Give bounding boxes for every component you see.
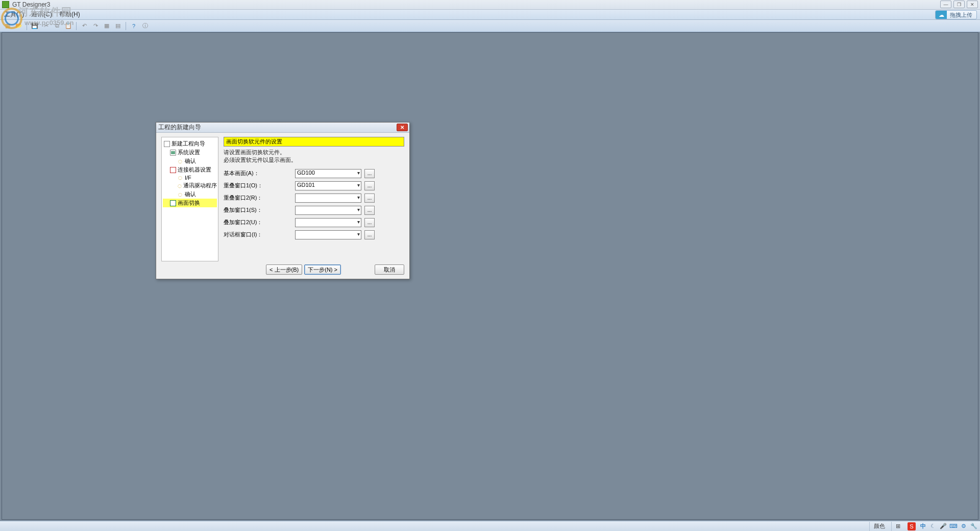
workspace bbox=[2, 32, 978, 520]
browse-overlap2[interactable]: ... bbox=[364, 194, 375, 203]
upload-button-label: 拖拽上传 bbox=[950, 11, 972, 19]
label-overlap2: 重叠窗口2(R)： bbox=[224, 194, 295, 202]
bulb-icon: ◌ bbox=[177, 183, 182, 189]
tree-root[interactable]: 新建工程向导 bbox=[163, 139, 217, 148]
combo-overlap1[interactable]: GD101 bbox=[295, 181, 361, 190]
wrench-icon[interactable]: 🔧 bbox=[970, 522, 978, 530]
document-icon bbox=[164, 141, 170, 147]
tool-paste[interactable]: 📋 bbox=[64, 21, 73, 31]
row-base-screen: 基本画面(A)： GD100 ... bbox=[224, 169, 404, 178]
wizard-nav-tree: 新建工程向导 系统设置 ◌ 确认 连接机器设置 ◌ I/F ◌ 通讯驱动程序 bbox=[161, 137, 218, 261]
tree-driver[interactable]: ◌ 通讯驱动程序 bbox=[163, 181, 217, 190]
tool-save[interactable]: 💾 bbox=[30, 21, 39, 31]
wizard-close-button[interactable]: ✕ bbox=[397, 124, 408, 131]
row-overlap1: 重叠窗口1(O)： GD101 ... bbox=[224, 181, 404, 190]
browse-super2[interactable]: ... bbox=[364, 218, 375, 227]
statusbar: 颜色 ⊞ S 中 ☾ 🎤 ⌨ ⚙ 🔧 bbox=[0, 521, 980, 531]
minimize-button[interactable]: — bbox=[940, 1, 951, 8]
browse-dialog[interactable]: ... bbox=[364, 230, 375, 239]
moon-icon[interactable]: ☾ bbox=[929, 522, 937, 530]
menubar: 工具(T) 通讯(C) 帮助(H) ☁ 拖拽上传 bbox=[0, 10, 980, 20]
close-window-button[interactable]: ✕ bbox=[967, 1, 978, 8]
toolbar-sep2 bbox=[76, 22, 77, 30]
browse-super1[interactable]: ... bbox=[364, 206, 375, 215]
wizard-titlebar[interactable]: 工程的新建向导 ✕ bbox=[156, 123, 409, 133]
browse-base-screen[interactable]: ... bbox=[364, 169, 375, 178]
row-super1: 叠加窗口1(S)： ... bbox=[224, 206, 404, 215]
label-base-screen: 基本画面(A)： bbox=[224, 170, 295, 177]
browse-overlap1[interactable]: ... bbox=[364, 181, 375, 190]
toolbar-sep3 bbox=[126, 22, 126, 30]
wizard-footer: < 上一步(B) 下一步(N) > 取消 bbox=[161, 264, 404, 275]
tree-connection-settings[interactable]: 连接机器设置 bbox=[163, 165, 217, 174]
combo-base-screen[interactable]: GD100 bbox=[295, 169, 361, 178]
window-titlebar: GT Designer3 — ❐ ✕ bbox=[0, 0, 980, 10]
app-title: GT Designer3 bbox=[12, 1, 50, 8]
combo-dialog[interactable] bbox=[295, 230, 361, 239]
tool-open[interactable]: 📂 bbox=[14, 21, 23, 31]
wizard-title: 工程的新建向导 bbox=[158, 123, 201, 132]
combo-super2[interactable] bbox=[295, 218, 361, 227]
tool-help[interactable]: ? bbox=[129, 21, 138, 31]
app-icon bbox=[2, 1, 9, 8]
cancel-button[interactable]: 取消 bbox=[375, 264, 404, 275]
monitor-icon bbox=[170, 150, 176, 156]
tree-screen-switch[interactable]: 画面切换 bbox=[163, 199, 217, 207]
tool-info[interactable]: ⓘ bbox=[140, 21, 150, 31]
row-dialog: 对话框窗口(I)： ... bbox=[224, 230, 404, 239]
status-color-label[interactable]: 颜色 bbox=[869, 522, 889, 531]
toolbar: ▥ 📂 💾 ✂ ⧉ 📋 ↶ ↷ ▦ ▤ ? ⓘ bbox=[0, 20, 980, 32]
settings-icon[interactable]: ⚙ bbox=[960, 522, 968, 530]
tool-new[interactable]: ▥ bbox=[3, 21, 12, 31]
combo-overlap2[interactable] bbox=[295, 194, 361, 203]
bulb-icon: ◌ bbox=[177, 158, 183, 164]
keyboard-icon[interactable]: ⌨ bbox=[949, 522, 958, 530]
label-super1: 叠加窗口1(S)： bbox=[224, 206, 295, 214]
connection-icon bbox=[170, 167, 176, 173]
frame-icon bbox=[170, 200, 176, 206]
tree-conn-confirm[interactable]: ◌ 确认 bbox=[163, 190, 217, 199]
ime-lang-icon[interactable]: 中 bbox=[919, 522, 927, 530]
ime-s-icon[interactable]: S bbox=[908, 522, 916, 530]
menu-comm[interactable]: 通讯(C) bbox=[31, 10, 52, 19]
tool-copy[interactable]: ⧉ bbox=[53, 21, 62, 31]
row-overlap2: 重叠窗口2(R)： ... bbox=[224, 194, 404, 203]
upload-button[interactable]: ☁ 拖拽上传 bbox=[935, 10, 977, 19]
tree-system-confirm[interactable]: ◌ 确认 bbox=[163, 157, 217, 165]
back-button[interactable]: < 上一步(B) bbox=[266, 264, 302, 275]
label-super2: 叠加窗口2(U)： bbox=[224, 219, 295, 226]
restore-button[interactable]: ❐ bbox=[953, 1, 965, 8]
tree-if[interactable]: ◌ I/F bbox=[163, 174, 217, 181]
cloud-icon: ☁ bbox=[936, 11, 947, 19]
label-dialog: 对话框窗口(I)： bbox=[224, 231, 295, 238]
combo-super1[interactable] bbox=[295, 206, 361, 215]
tool-cut[interactable]: ✂ bbox=[41, 21, 51, 31]
status-grid-icon[interactable]: ⊞ bbox=[891, 522, 904, 531]
next-button[interactable]: 下一步(N) > bbox=[304, 264, 341, 275]
new-project-wizard: 工程的新建向导 ✕ 新建工程向导 系统设置 ◌ 确认 连接机器设置 ◌ bbox=[156, 122, 410, 279]
section-header: 画面切换软元件的设置 bbox=[224, 137, 404, 147]
mic-icon[interactable]: 🎤 bbox=[939, 522, 947, 530]
wizard-form: 画面切换软元件的设置 请设置画面切换软元件。 必须设置软元件以显示画面。 基本画… bbox=[224, 137, 404, 261]
tool-redo[interactable]: ↷ bbox=[91, 21, 100, 31]
label-overlap1: 重叠窗口1(O)： bbox=[224, 182, 295, 189]
bulb-icon: ◌ bbox=[177, 191, 183, 198]
menu-tools[interactable]: 工具(T) bbox=[4, 10, 24, 19]
toolbar-sep bbox=[27, 22, 27, 30]
section-description: 请设置画面切换软元件。 必须设置软元件以显示画面。 bbox=[224, 149, 404, 164]
tree-system-settings[interactable]: 系统设置 bbox=[163, 148, 217, 157]
menu-help[interactable]: 帮助(H) bbox=[59, 10, 80, 19]
bulb-icon: ◌ bbox=[177, 175, 183, 181]
row-super2: 叠加窗口2(U)： ... bbox=[224, 218, 404, 227]
tool-undo[interactable]: ↶ bbox=[80, 21, 89, 31]
tool-misc1[interactable]: ▦ bbox=[102, 21, 111, 31]
tool-misc2[interactable]: ▤ bbox=[113, 21, 122, 31]
